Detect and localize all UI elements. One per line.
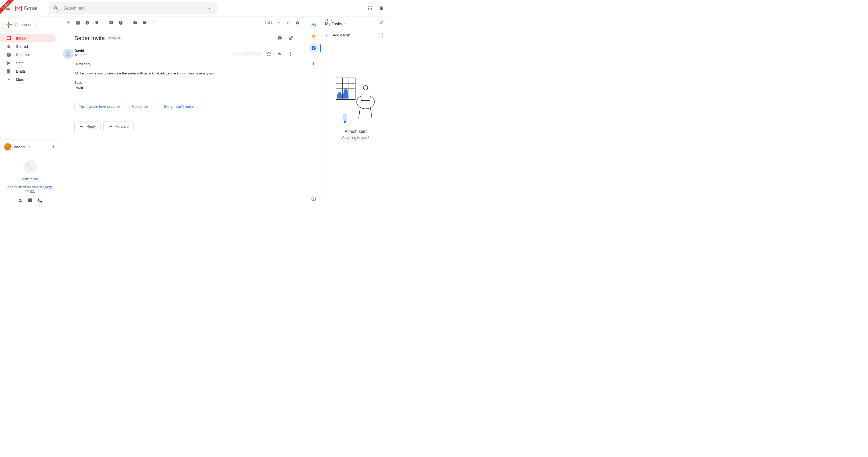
arrow-left-icon — [66, 21, 71, 25]
reply-icon-button[interactable] — [275, 49, 285, 59]
make-call-link[interactable]: Make a call — [4, 177, 56, 181]
reply-button[interactable]: Reply — [74, 121, 101, 131]
rail-status — [306, 196, 320, 201]
sidebar-item-snoozed[interactable]: Snoozed — [0, 51, 56, 59]
svg-point-10 — [371, 9, 372, 10]
print-button[interactable] — [275, 33, 285, 44]
search-input[interactable] — [61, 6, 204, 10]
self-avatar — [4, 143, 11, 150]
chevron-right-icon — [286, 21, 290, 25]
recipient-line[interactable]: to me — [74, 53, 232, 57]
hangouts-self-row[interactable]: Michael — [0, 142, 60, 152]
prev-button[interactable] — [274, 18, 283, 27]
reply-row: Reply Forward — [74, 116, 296, 131]
apps-button[interactable] — [365, 3, 375, 13]
more-vertical-icon — [152, 21, 156, 25]
body-line: I'd like to invite you to celebrate the … — [74, 71, 296, 76]
close-icon — [379, 20, 384, 25]
search-bar — [49, 2, 217, 14]
settings-button[interactable] — [293, 18, 302, 27]
tasks-rail-button[interactable] — [308, 43, 319, 53]
sidebar-item-drafts[interactable]: Drafts — [0, 67, 56, 76]
add-task-label[interactable]: Add a task — [333, 33, 350, 37]
chip-remove-icon[interactable]: ✕ — [118, 36, 120, 40]
message-more-button[interactable] — [285, 49, 296, 59]
tasks-empty-illustration — [331, 75, 380, 124]
caret-down-icon — [207, 6, 212, 11]
sidebar-item-starred[interactable]: Starred — [0, 42, 56, 51]
sender-avatar — [63, 49, 73, 59]
tasks-empty-title: A fresh start — [345, 129, 367, 134]
phone-tab-icon[interactable] — [37, 198, 42, 203]
keep-rail-button[interactable] — [308, 32, 319, 42]
info-icon[interactable] — [311, 196, 316, 201]
pagination-label: 1 of 1 — [265, 21, 273, 25]
header-actions — [365, 3, 386, 13]
moveto-button[interactable] — [131, 18, 140, 27]
folder-icon — [133, 21, 138, 25]
svg-point-8 — [368, 9, 369, 10]
chat-tab-icon[interactable] — [27, 198, 33, 203]
svg-point-14 — [67, 52, 69, 54]
tasks-list-selector[interactable]: My Tasks — [325, 22, 347, 26]
next-button[interactable] — [283, 18, 293, 27]
sidebar-item-more[interactable]: More — [0, 76, 56, 84]
tasks-header: TASKS My Tasks — [321, 17, 391, 29]
search-button[interactable] — [51, 3, 61, 13]
open-new-window-button[interactable] — [285, 33, 296, 44]
promo-text: Also try our mobile apps for — [7, 185, 43, 189]
labels-button[interactable] — [140, 18, 149, 27]
hangouts-section: Michael Make a call Also try our mobile … — [0, 139, 60, 205]
reply-icon — [277, 51, 282, 56]
tasks-section-label: TASKS — [325, 19, 347, 22]
add-task-plus-icon[interactable]: + — [325, 32, 329, 38]
tasks-icon — [311, 46, 316, 51]
gear-icon — [295, 21, 300, 25]
svg-text:31: 31 — [313, 25, 315, 27]
forward-label: Forward — [116, 124, 129, 128]
svg-point-17 — [290, 55, 291, 56]
back-button[interactable] — [64, 18, 73, 27]
smart-reply-chip[interactable]: Count me in! — [128, 102, 157, 111]
presence-indicator — [9, 148, 11, 151]
gmail-wordmark: Gmail — [24, 5, 38, 11]
caret-down-icon — [343, 22, 347, 26]
sidebar-item-inbox[interactable]: Inbox — [0, 34, 56, 42]
tasks-list-name: My Tasks — [325, 22, 342, 26]
calendar-rail-button[interactable]: 31 — [308, 20, 319, 30]
compose-button[interactable]: Compose — [2, 19, 37, 31]
tasks-panel: TASKS My Tasks + Add a task — [321, 17, 391, 205]
tasks-more-button[interactable] — [379, 32, 386, 39]
search-options-button[interactable] — [204, 3, 215, 13]
snooze-button[interactable] — [116, 18, 125, 27]
star-button[interactable] — [264, 49, 274, 59]
spam-button[interactable] — [83, 18, 92, 27]
action-bar: 1 of 1 — [60, 17, 306, 29]
label-chip[interactable]: Inbox ✕ — [107, 36, 120, 40]
inbox-icon — [6, 36, 11, 41]
phone-circle — [23, 160, 37, 173]
archive-button[interactable] — [73, 18, 83, 27]
search-icon — [54, 6, 59, 11]
forward-button[interactable]: Forward — [103, 121, 133, 131]
svg-point-25 — [382, 33, 383, 34]
addons-rail-button[interactable] — [308, 59, 319, 69]
svg-rect-36 — [361, 94, 370, 101]
ios-link[interactable]: iOS — [30, 190, 35, 193]
gmail-logo[interactable]: Gmail — [14, 5, 38, 11]
delete-button[interactable] — [92, 18, 101, 27]
contacts-tab-icon[interactable] — [18, 198, 23, 203]
sidebar-item-label: More — [16, 78, 24, 82]
more-button[interactable] — [149, 18, 159, 27]
smart-reply-chip[interactable]: Sorry, I can't make it. — [160, 102, 202, 111]
tasks-close-button[interactable] — [376, 18, 386, 28]
add-contact-icon[interactable] — [51, 144, 56, 149]
smart-reply-chip[interactable]: Yes, I would love to come. — [74, 102, 125, 111]
sidebar: Compose Inbox Starred Snoozed Sent Draft… — [0, 17, 60, 205]
notifications-button[interactable] — [376, 3, 386, 13]
star-icon — [6, 44, 11, 49]
person-icon — [65, 50, 72, 57]
android-link[interactable]: Android — [43, 185, 53, 189]
mark-unread-button[interactable] — [107, 18, 116, 27]
sidebar-item-sent[interactable]: Sent — [0, 59, 56, 67]
